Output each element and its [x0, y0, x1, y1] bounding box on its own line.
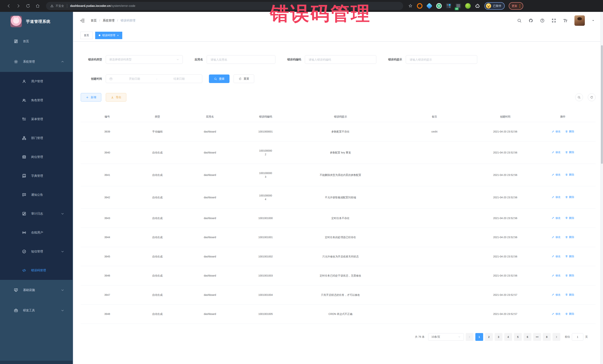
delete-link[interactable]: 删除 — [565, 173, 574, 176]
tab-error-code[interactable]: 错误码管理 × — [95, 32, 122, 39]
delete-link[interactable]: 删除 — [565, 274, 574, 277]
delete-link[interactable]: 删除 — [565, 195, 574, 199]
add-button[interactable]: 新增 — [81, 93, 101, 101]
sidebar-item-字典管理[interactable]: 字典管理 — [0, 166, 72, 185]
sidebar-item-错误码管理[interactable]: 错误码管理 — [0, 261, 72, 280]
chevron-down-icon — [61, 288, 64, 292]
back-icon[interactable] — [6, 3, 11, 8]
extension-vue-devtools-icon[interactable]: V — [436, 3, 442, 9]
edit-link[interactable]: 修改 — [552, 293, 561, 297]
help-icon[interactable] — [540, 18, 545, 23]
cell: 2021-04-20 23:52:56 — [480, 141, 530, 164]
profile-paused-chip[interactable]: 已暂停 — [485, 2, 505, 10]
extensions-puzzle-icon[interactable] — [475, 3, 480, 9]
breadcrumb-home[interactable]: 首页 — [91, 19, 97, 22]
search-button[interactable]: 搜索 — [209, 75, 230, 83]
jump-page-input[interactable] — [572, 333, 583, 341]
export-button[interactable]: 导出 — [106, 93, 126, 101]
extension-grid-icon[interactable] — [446, 3, 452, 9]
sidebar-footer-bar[interactable] — [0, 361, 72, 364]
extension-orange-icon[interactable] — [417, 3, 422, 9]
pencil-icon — [552, 293, 554, 296]
sidebar-logo-row[interactable]: 芋道管理系统 — [0, 12, 73, 31]
app-name-input[interactable] — [210, 58, 272, 61]
sidebar-item-通知公告[interactable]: 通知公告 — [0, 185, 72, 204]
edit-link[interactable]: 修改 — [552, 130, 561, 133]
error-type-select[interactable]: 请选择错误码类型 — [106, 55, 183, 64]
page-scrollbar[interactable] — [600, 12, 603, 364]
row-actions: 修改删除 — [530, 266, 596, 286]
sidebar-item-审计日志[interactable]: 审计日志 — [0, 204, 72, 223]
trash-icon — [565, 274, 568, 277]
delete-link[interactable]: 删除 — [565, 293, 574, 297]
refresh-table-button[interactable] — [588, 93, 596, 101]
sidebar-item-研发工具[interactable]: 研发工具 — [0, 300, 72, 321]
font-size-icon[interactable] — [563, 18, 568, 23]
edit-link[interactable]: 修改 — [552, 195, 561, 199]
address-bar[interactable]: 不安全 dashboard.yudao.iocoder.cn /system/e… — [46, 2, 403, 10]
extension-gem-icon[interactable] — [426, 3, 432, 9]
breadcrumb-system[interactable]: 系统管理 — [103, 19, 115, 22]
sidebar-item-岗位管理[interactable]: 岗位管理 — [0, 147, 72, 166]
edit-link[interactable]: 修改 — [552, 216, 561, 220]
sidebar-item-角色管理[interactable]: 角色管理 — [0, 91, 72, 110]
reload-icon[interactable] — [26, 3, 30, 8]
sidebar-item-基础设施[interactable]: 基础设施 — [0, 280, 72, 300]
bookmark-star-icon[interactable] — [408, 3, 413, 8]
delete-link[interactable]: 删除 — [565, 312, 574, 316]
edit-link[interactable]: 修改 — [552, 150, 561, 154]
sidebar-item-短信管理[interactable]: 短信管理 — [0, 242, 72, 261]
page-button-1[interactable]: 1 — [475, 333, 483, 341]
user-avatar[interactable] — [574, 15, 585, 26]
collapse-sidebar-icon[interactable] — [80, 18, 85, 23]
edit-link[interactable]: 修改 — [552, 274, 561, 277]
page-button-5[interactable]: 5 — [514, 333, 522, 341]
prev-page-button[interactable] — [466, 333, 474, 341]
home-browser-icon[interactable] — [35, 3, 40, 8]
sidebar-item-菜单管理[interactable]: 菜单管理 — [0, 110, 72, 129]
sidebar-item-用户管理[interactable]: 用户管理 — [0, 72, 72, 91]
search-icon[interactable] — [517, 18, 522, 23]
sidebar-item-首页[interactable]: 首页 — [0, 31, 72, 52]
extension-green-icon[interactable] — [465, 3, 471, 9]
cell: 2021-04-20 23:52:57 — [480, 285, 530, 305]
delete-link[interactable]: 删除 — [565, 216, 574, 220]
edit-link[interactable]: 修改 — [552, 254, 561, 258]
avatar-caret-icon[interactable] — [591, 19, 595, 22]
sidebar-item-系统管理[interactable]: 系统管理 — [0, 52, 72, 72]
page-button-3[interactable]: 3 — [495, 333, 502, 341]
browser-menu-icon[interactable] — [520, 4, 520, 8]
page-button-8[interactable]: 8 — [543, 333, 551, 341]
page-ellipsis[interactable]: ••• — [533, 333, 541, 341]
tab-home[interactable]: 首页 — [80, 32, 93, 39]
edit-link[interactable]: 修改 — [552, 173, 561, 176]
delete-link[interactable]: 删除 — [565, 254, 574, 258]
github-icon[interactable] — [528, 18, 533, 23]
edit-link[interactable]: 修改 — [552, 312, 561, 316]
edit-link[interactable]: 修改 — [552, 235, 561, 239]
page-button-6[interactable]: 6 — [524, 333, 531, 341]
online-icon — [22, 230, 26, 235]
delete-link[interactable]: 删除 — [565, 235, 574, 239]
error-hint-input[interactable] — [409, 58, 474, 61]
extension-list-icon[interactable]: on — [455, 3, 461, 9]
page-button-4[interactable]: 4 — [504, 333, 512, 341]
delete-link[interactable]: 删除 — [565, 150, 574, 154]
notice-icon — [22, 193, 26, 197]
forward-icon[interactable] — [16, 3, 21, 8]
cell: 3946 — [81, 266, 134, 286]
next-page-button[interactable] — [553, 333, 560, 341]
delete-link[interactable]: 删除 — [565, 130, 574, 133]
sidebar-item-部门管理[interactable]: 部门管理 — [0, 129, 72, 147]
reset-button[interactable]: 重置 — [234, 75, 254, 83]
chrome-update-button[interactable]: 更新 — [509, 2, 523, 10]
date-range-picker[interactable]: 开始日期 - 结束日期 — [106, 75, 202, 83]
scrollbar-thumb[interactable] — [601, 45, 603, 164]
sidebar-item-在线用户[interactable]: 在线用户 — [0, 223, 72, 242]
error-code-input[interactable] — [308, 58, 373, 61]
page-button-2[interactable]: 2 — [485, 333, 493, 341]
fullscreen-icon[interactable] — [551, 18, 556, 23]
page-size-select[interactable]: 10条/页 — [428, 333, 464, 341]
toggle-search-button[interactable] — [575, 93, 583, 101]
close-tab-icon[interactable]: × — [117, 34, 119, 37]
